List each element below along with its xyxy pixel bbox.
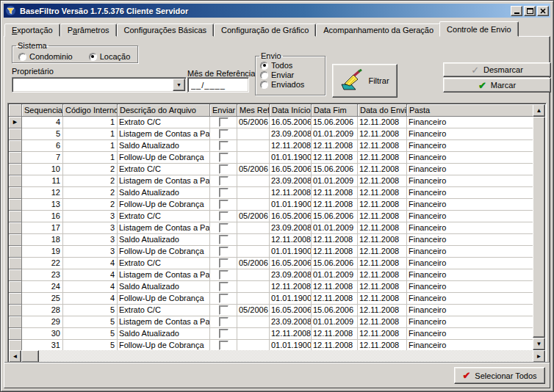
radio-todos[interactable]: Todos [260,61,325,70]
maximize-icon [527,8,533,14]
radio-label: Enviar [271,70,294,79]
app-window: BaseFiltro Versão 1.7.5.376 Cliente Serv… [0,0,554,392]
column-header-data-do-envio[interactable]: Data do Envio [358,104,407,117]
row-indicator [9,246,22,258]
sistema-group: Sistema CondominioLocação [12,41,138,63]
enviar-checkbox[interactable] [219,211,229,221]
enviar-checkbox[interactable] [219,282,229,291]
enviar-checkbox[interactable] [219,223,229,233]
horizontal-scroll-track[interactable] [21,350,533,363]
desmarcar-button[interactable]: ✓ Desmarcar [443,62,551,77]
enviar-checkbox[interactable] [219,305,229,315]
cell-pasta: Financeiro [407,117,533,128]
horizontal-scrollbar-thumb[interactable] [21,350,39,363]
scroll-right-button[interactable]: ► [533,350,545,363]
cell-seq: 10 [22,164,63,175]
enviar-checkbox[interactable] [219,164,229,174]
table-row: 163Extrato C/C05/200616.05.200615.06.200… [9,211,534,222]
cell-ini: 12.11.2008 [270,281,312,293]
minimize-button[interactable] [511,6,522,16]
chevron-down-icon: ▼ [176,82,181,87]
cell-mes [237,281,270,293]
cell-desc: Extrato C/C [118,117,210,128]
mes-referencia-input[interactable] [187,77,249,92]
enviar-checkbox[interactable] [219,153,229,162]
filtrar-button[interactable]: Filtrar [332,64,397,98]
cell-mes [237,222,270,234]
cell-enviar [210,246,237,258]
enviar-checkbox[interactable] [219,258,229,268]
cell-enviar [210,152,237,164]
column-header-data-inicio[interactable]: Data Início [270,104,312,117]
cell-seq: 29 [22,316,63,328]
tab-acompanhamento-da-geracao[interactable]: Acompanhamento da Geração [316,23,441,37]
cell-enviar [210,128,237,140]
row-indicator [9,234,22,246]
cell-ini: 01.01.1900 [270,152,312,164]
table-row: 51Listagem de Contas a Paga23.09.200801.… [9,128,534,140]
tab-parametros[interactable]: Parâmetros [60,23,117,37]
tab-configuracao-de-grafico[interactable]: Configuração de Gráfico [214,23,316,37]
marcar-button[interactable]: ✔ Marcar [443,78,551,92]
enviar-checkbox[interactable] [219,317,229,327]
proprietario-combo[interactable]: ▼ [12,77,187,92]
close-button[interactable] [537,6,549,16]
cell-envio: 12.11.2008 [358,152,407,164]
enviar-checkbox[interactable] [219,188,229,197]
enviar-checkbox[interactable] [219,117,229,127]
vertical-scrollbar[interactable]: ▲ ▼ [533,104,545,350]
column-header-data-fim[interactable]: Data Fim [312,104,358,117]
column-header-codigo-interno[interactable]: Código Interno [63,104,118,117]
table-row: 234Listagem de Contas a Paga23.09.200801… [9,269,534,281]
enviar-checkbox[interactable] [219,270,229,280]
column-header-sequencial[interactable]: Sequencial [22,104,63,117]
table-row: 224Extrato C/C05/200616.05.200615.06.200… [9,258,534,269]
cell-enviar [210,117,237,128]
radio-button-icon [260,62,268,70]
maximize-button[interactable] [524,6,536,16]
combo-dropdown-button[interactable]: ▼ [173,79,185,91]
cell-enviar [210,140,237,152]
tab-configuracoes-basicas[interactable]: Configurações Básicas [117,23,215,37]
enviar-checkbox[interactable] [219,247,229,256]
cell-envio: 12.11.2008 [358,222,407,234]
enviar-checkbox[interactable] [219,176,229,186]
horizontal-scrollbar[interactable]: ◄ ► [9,350,545,363]
cell-fim: 15.06.2006 [312,305,358,316]
cell-envio: 12.11.2008 [358,187,407,199]
cell-mes: 05/2006 [237,211,270,222]
radio-enviar[interactable]: Enviar [260,70,325,79]
cell-seq: 23 [22,269,63,281]
radio-condominio[interactable]: Condominio [18,52,73,61]
enviar-checkbox[interactable] [219,200,229,209]
tab-controle-de-envio[interactable]: Controle de Envio [439,21,518,37]
vertical-scrollbar-thumb[interactable] [533,117,545,338]
column-header-descricao-do-arquivo[interactable]: Descrição do Arquivo [118,104,210,117]
table-row: 112Listagem de Contas a Paga23.09.200801… [9,175,534,187]
radio-locacao[interactable]: Locação [89,52,131,61]
scroll-left-button[interactable]: ◄ [9,350,21,363]
cell-fim: 12.11.2008 [312,328,358,340]
cell-fim: 01.01.2009 [312,175,358,187]
enviar-checkbox[interactable] [219,341,229,350]
scroll-down-button[interactable]: ▼ [533,338,545,350]
radio-enviados[interactable]: Enviados [260,80,325,89]
column-header-mes-ref[interactable]: Mes Ref. [237,104,270,117]
cell-seq: 25 [22,293,63,305]
enviar-checkbox[interactable] [219,235,229,244]
selecionar-todos-button[interactable]: ✔ Selecionar Todos [454,367,545,384]
column-header-pasta[interactable]: Pasta [407,104,533,117]
vertical-scroll-track[interactable] [533,117,545,338]
scroll-up-button[interactable]: ▲ [533,104,545,117]
row-indicator: ► [9,117,22,128]
enviar-checkbox[interactable] [219,294,229,303]
enviar-checkbox[interactable] [219,329,229,338]
envio-options: TodosEnviarEnviados [256,60,325,89]
row-indicator [9,187,22,199]
enviar-checkbox[interactable] [219,129,229,139]
cell-mes [237,140,270,152]
cell-envio: 12.11.2008 [358,281,407,293]
tab-exportacao[interactable]: Exportação [4,23,60,37]
column-header-enviar[interactable]: Enviar [210,104,237,117]
enviar-checkbox[interactable] [219,141,229,150]
